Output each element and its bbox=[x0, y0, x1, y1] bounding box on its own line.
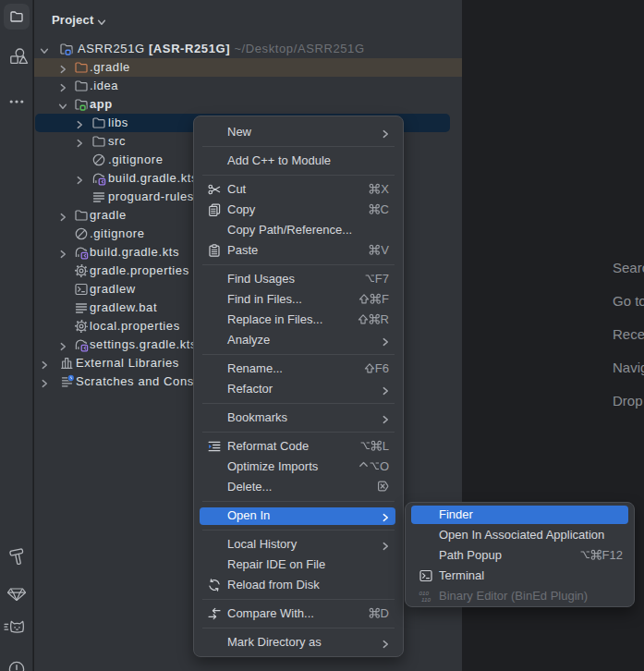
svg-text:110: 110 bbox=[421, 596, 431, 603]
svg-text:010: 010 bbox=[419, 590, 430, 596]
